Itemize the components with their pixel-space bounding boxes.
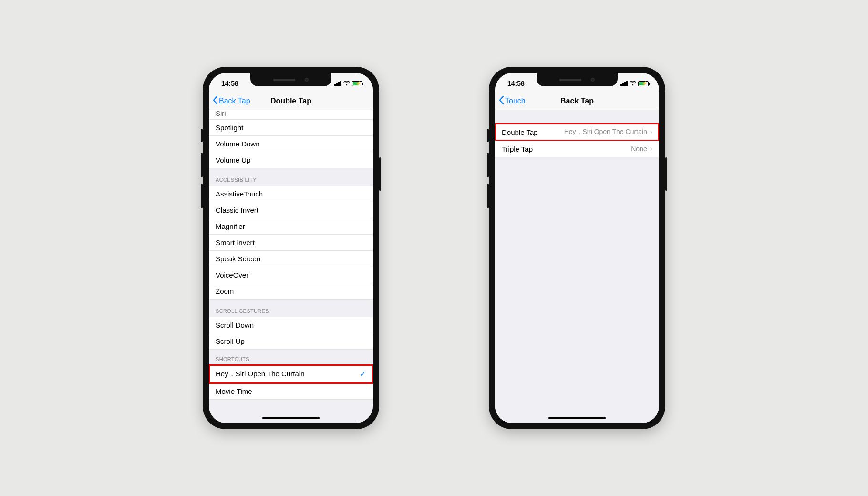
- chevron-right-icon: ›: [650, 145, 652, 153]
- status-indicators: ⚡: [620, 81, 649, 86]
- chevron-left-icon: [213, 96, 218, 106]
- wifi-icon: [630, 81, 636, 86]
- list-item[interactable]: Classic Invert: [209, 202, 373, 218]
- status-indicators: ⚡: [334, 81, 362, 86]
- phone-mockup-left: 14:58 ⚡ Back Tap Double Tap Siri Spotlig…: [203, 67, 379, 429]
- notch: [250, 73, 331, 86]
- chevron-right-icon: ›: [650, 128, 652, 136]
- list-item[interactable]: VoiceOver: [209, 267, 373, 283]
- double-tap-row[interactable]: Double Tap Hey，Siri Open The Curtain ›: [495, 124, 659, 141]
- triple-tap-row[interactable]: Triple Tap None ›: [495, 141, 659, 157]
- back-label: Touch: [505, 97, 526, 105]
- status-time: 14:58: [221, 80, 238, 87]
- list-item[interactable]: Spotlight: [209, 120, 373, 136]
- phone-mockup-right: 14:58 ⚡ Touch Back Tap Double Tap: [489, 67, 665, 429]
- chevron-left-icon: [499, 96, 504, 106]
- list-item-selected-shortcut[interactable]: Hey，Siri Open The Curtain ✓: [209, 365, 373, 383]
- list-item[interactable]: Speak Screen: [209, 251, 373, 267]
- battery-icon: ⚡: [352, 81, 362, 86]
- battery-icon: ⚡: [638, 81, 649, 86]
- section-header-scroll: Scroll Gestures: [209, 300, 373, 317]
- list-item[interactable]: Scroll Up: [209, 333, 373, 350]
- cellular-icon: [620, 81, 628, 86]
- back-label: Back Tap: [219, 97, 250, 105]
- row-value: None: [631, 145, 647, 153]
- settings-list[interactable]: Siri Spotlight Volume Down Volume Up Acc…: [209, 110, 373, 423]
- section-header-accessibility: Accessibility: [209, 168, 373, 186]
- list-item[interactable]: Volume Up: [209, 152, 373, 168]
- shortcut-label: Hey，Siri Open The Curtain: [216, 370, 304, 379]
- nav-header: Touch Back Tap: [495, 92, 659, 110]
- row-label: Double Tap: [502, 128, 538, 136]
- row-value: Hey，Siri Open The Curtain: [564, 128, 647, 136]
- list-item[interactable]: Movie Time: [209, 383, 373, 400]
- nav-header: Back Tap Double Tap: [209, 92, 373, 110]
- list-item[interactable]: Smart Invert: [209, 235, 373, 251]
- back-button[interactable]: Touch: [499, 96, 526, 106]
- cellular-icon: [334, 81, 341, 86]
- list-item[interactable]: Scroll Down: [209, 317, 373, 333]
- checkmark-icon: ✓: [360, 369, 366, 379]
- back-button[interactable]: Back Tap: [213, 96, 250, 106]
- settings-list[interactable]: Double Tap Hey，Siri Open The Curtain › T…: [495, 110, 659, 423]
- row-label: Triple Tap: [502, 145, 533, 153]
- section-header-shortcuts: Shortcuts: [209, 350, 373, 365]
- list-item[interactable]: Magnifier: [209, 218, 373, 235]
- status-time: 14:58: [507, 80, 525, 87]
- home-indicator[interactable]: [548, 417, 606, 419]
- screen-right: 14:58 ⚡ Touch Back Tap Double Tap: [495, 73, 659, 423]
- list-item[interactable]: Siri: [209, 110, 373, 120]
- home-indicator[interactable]: [262, 417, 320, 419]
- wifi-icon: [343, 81, 350, 86]
- screen-left: 14:58 ⚡ Back Tap Double Tap Siri Spotlig…: [209, 73, 373, 423]
- list-item[interactable]: Volume Down: [209, 136, 373, 152]
- list-item[interactable]: Zoom: [209, 283, 373, 300]
- notch: [537, 73, 618, 86]
- list-item[interactable]: AssistiveTouch: [209, 186, 373, 202]
